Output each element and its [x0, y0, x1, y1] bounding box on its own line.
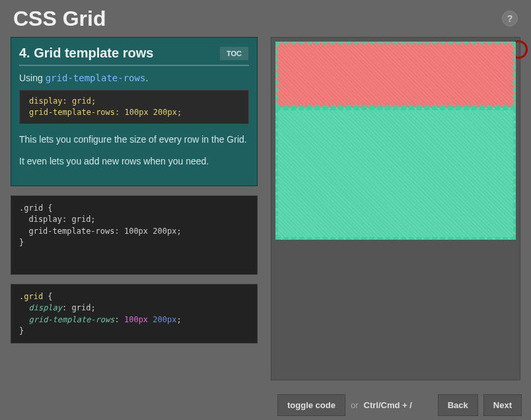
code-val-grid: grid — [71, 303, 90, 312]
intro-suffix: . — [145, 73, 148, 83]
toc-button[interactable]: TOC — [219, 46, 249, 61]
grid-row-2 — [275, 108, 516, 240]
code-block-plain: .grid { display: grid; grid-template-row… — [11, 195, 258, 275]
grid-preview — [271, 37, 520, 380]
code-brace-open: { — [43, 292, 52, 301]
code-val-100px: 100px — [124, 315, 148, 324]
footer: toggle code or Ctrl/Cmd + / Back Next — [277, 394, 522, 416]
code-brace-close: } — [19, 326, 24, 335]
intro-prefix: Using — [19, 73, 46, 83]
grid-area — [275, 42, 516, 240]
lesson-text-2: It even lets you add new rows when you n… — [19, 155, 249, 168]
lesson-header: 4. Grid template rows TOC — [19, 46, 249, 66]
next-button[interactable]: Next — [483, 394, 522, 416]
header: CSS Grid ? — [0, 0, 531, 37]
footer-shortcut: Ctrl/Cmd + / — [364, 400, 412, 410]
lesson-text-1: This lets you configure the size of ever… — [19, 133, 249, 147]
footer-or: or — [351, 400, 359, 410]
code-block-highlighted[interactable]: .grid { display: grid; grid-template-row… — [11, 284, 258, 343]
content: 4. Grid template rows TOC Using grid-tem… — [0, 37, 531, 380]
page-title: CSS Grid — [13, 7, 106, 31]
lesson-title: 4. Grid template rows — [19, 46, 153, 61]
code-selector: .grid — [19, 292, 43, 301]
code-prop-gtr: grid-template-rows — [28, 315, 114, 324]
left-column: 4. Grid template rows TOC Using grid-tem… — [11, 37, 258, 380]
back-button[interactable]: Back — [438, 394, 478, 416]
toggle-code-button[interactable]: toggle code — [277, 394, 345, 416]
lesson-panel: 4. Grid template rows TOC Using grid-tem… — [11, 37, 258, 186]
code-prop-display: display — [28, 303, 62, 312]
grid-row-1 — [275, 42, 516, 108]
intro-code: grid-template-rows — [46, 73, 146, 83]
lesson-intro: Using grid-template-rows. — [19, 73, 249, 83]
code-val-200px: 200px — [153, 315, 176, 324]
help-button[interactable]: ? — [502, 11, 518, 26]
inner-code-block: display: grid; grid-template-rows: 100px… — [19, 90, 249, 124]
right-column — [271, 37, 520, 380]
